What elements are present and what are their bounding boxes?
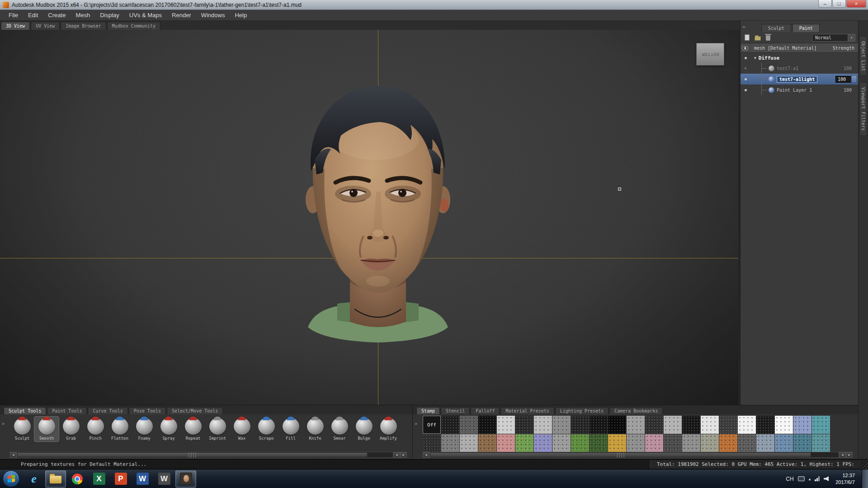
scrollbar-thumb[interactable] [430,453,811,457]
stamp-thumbnail[interactable] [812,434,830,452]
stamp-thumbnail[interactable] [719,416,737,434]
stamp-thumbnail[interactable] [608,434,626,452]
layer-strength-value[interactable]: 100 [835,76,851,83]
menu-item-mesh[interactable]: Mesh [71,10,95,20]
taskbar-app-internet-explorer[interactable]: e [24,470,44,488]
layer-row-paint-layer-1[interactable]: Paint Layer 1100 [741,84,858,95]
tool-tab-select-move-tools[interactable]: Select/Move Tools [167,407,223,414]
tool-bulge[interactable]: Bulge [352,417,376,441]
tool-smooth[interactable]: Smooth [34,417,59,441]
tool-wax[interactable]: Wax [230,417,254,441]
tool-flatten[interactable]: Flatten [108,417,132,441]
menu-item-create[interactable]: Create [43,10,71,20]
stamp-thumbnail[interactable] [793,434,811,452]
dropdown-arrow-icon[interactable]: ▾ [848,34,855,42]
delete-layer-button[interactable] [764,34,772,42]
layer-strength-stepper[interactable] [851,75,857,83]
layer-name[interactable]: Paint Layer 1 [777,88,812,93]
language-indicator[interactable]: CH [786,476,793,482]
scrollbar-thumb[interactable] [18,453,367,457]
menu-item-help[interactable]: Help [230,10,252,20]
sculpted-head-model[interactable] [283,56,473,347]
menu-item-uvs-maps[interactable]: UVs & Maps [124,10,167,20]
stamp-thumbnail[interactable] [775,416,793,434]
scrollbar-track[interactable] [17,452,393,458]
stamp-thumbnail[interactable] [515,416,533,434]
preset-tab-lighting-presets[interactable]: Lighting Presets [555,407,609,414]
stamp-thumbnail[interactable] [719,434,737,452]
view-orientation-gizmo[interactable]: BOTTOM [696,43,724,66]
taskbar-app-mudbox[interactable] [175,470,196,488]
stamp-thumbnail[interactable] [608,416,626,434]
panel-tab-paint[interactable]: Paint [793,24,820,32]
stamp-off-button[interactable]: Off [423,416,441,434]
stamp-thumbnail[interactable] [701,416,719,434]
tool-tab-paint-tools[interactable]: Paint Tools [47,407,87,414]
menu-item-display[interactable]: Display [95,10,124,20]
clock[interactable]: 12:37 2017/6/7 [833,472,858,485]
stamp-thumbnail[interactable] [423,434,441,452]
close-button[interactable]: × [846,0,866,8]
taskbar-app-powerpoint[interactable]: P [110,470,131,488]
stamp-thumbnail[interactable] [627,434,645,452]
menu-item-file[interactable]: File [4,10,23,20]
tool-sculpt[interactable]: Sculpt [10,417,34,441]
tools-collapse-icon[interactable]: » [2,421,5,426]
tool-grab[interactable]: Grab [59,417,83,441]
view-tab-uv-view[interactable]: UV View [31,22,60,30]
stamp-thumbnail[interactable] [812,416,830,434]
stamp-thumbnail[interactable] [515,434,533,452]
tool-fill[interactable]: Fill [278,417,303,441]
tool-smear[interactable]: Smear [327,417,352,441]
stamp-thumbnail[interactable] [793,416,811,434]
tool-pinch[interactable]: Pinch [83,417,108,441]
stamp-thumbnail[interactable] [738,434,756,452]
stamp-thumbnail[interactable] [534,416,552,434]
scroll-left-button-2[interactable]: ◄ [839,452,846,458]
stamps-scrollbar[interactable]: ◄ ◄ ► [423,452,853,458]
stamp-thumbnail[interactable] [478,416,496,434]
minimize-button[interactable]: – [818,0,832,8]
tool-spray[interactable]: Spray [156,417,181,441]
stamp-thumbnail[interactable] [645,434,663,452]
taskbar-app-wps-writer[interactable]: W [154,470,175,488]
visibility-column-header[interactable] [741,43,750,52]
stamp-thumbnail[interactable] [441,434,459,452]
material-name[interactable]: mesh [Default Material] [750,46,833,51]
preset-tab-camera-bookmarks[interactable]: Camera Bookmarks [609,407,663,414]
expander-icon[interactable]: ▼ [754,56,756,60]
volume-icon[interactable] [824,476,829,481]
layer-visibility-dot[interactable] [741,67,750,69]
keyboard-icon[interactable] [798,476,805,481]
layer-name[interactable]: test7-a1 [777,66,798,71]
stamp-thumbnail[interactable] [682,434,700,452]
taskbar-app-chrome[interactable] [67,470,88,488]
stamp-thumbnail[interactable] [441,416,459,434]
scrollbar-track[interactable] [429,452,839,458]
stamp-thumbnail[interactable] [590,434,608,452]
viewport-3d[interactable]: BOTTOM [0,30,740,405]
stamp-thumbnail[interactable] [552,434,571,452]
resize-grip[interactable] [861,460,868,469]
group-visibility-dot[interactable] [741,57,750,59]
tool-foamy[interactable]: Foamy [132,417,156,441]
import-layer-button[interactable] [754,34,761,42]
tool-amplify[interactable]: Amplify [376,417,401,441]
preset-tab-stencil[interactable]: Stencil [441,407,470,414]
stamp-thumbnail[interactable] [775,434,793,452]
title-bar[interactable]: Autodesk Mudbox 2015 x64 - G:\projects\3… [0,0,868,10]
side-tab-viewport-filters[interactable]: Viewport Filters [859,82,867,136]
scroll-right-button[interactable]: ► [846,452,853,458]
stamp-thumbnail[interactable] [571,434,589,452]
preset-tab-material-presets[interactable]: Material Presets [500,407,554,414]
tool-tab-sculpt-tools[interactable]: Sculpt Tools [4,407,46,414]
menu-item-windows[interactable]: Windows [196,10,230,20]
tool-repeat[interactable]: Repeat [181,417,205,441]
stamp-thumbnail[interactable] [460,416,478,434]
scroll-left-button[interactable]: ◄ [10,452,17,458]
taskbar-app-word[interactable]: W [132,470,153,488]
stamp-thumbnail[interactable] [590,416,608,434]
layer-visibility-dot[interactable] [741,78,750,80]
stamp-thumbnail[interactable] [682,416,700,434]
stamp-thumbnail[interactable] [497,434,515,452]
